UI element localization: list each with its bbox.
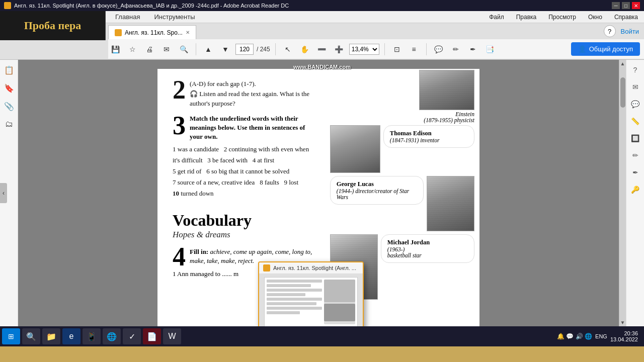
right-sidebar-icon1[interactable]: ? bbox=[629, 64, 641, 76]
einstein-role: physicist bbox=[454, 117, 474, 123]
help-button[interactable]: ? bbox=[604, 25, 616, 37]
taskbar-search[interactable]: 🔍 bbox=[22, 328, 40, 344]
item5: 5 get rid of 6 so big that it cannot be … bbox=[173, 167, 289, 175]
annotate-button[interactable]: ✒ bbox=[466, 42, 480, 56]
edison-section: Thomas Edison (1847-1931) inventor bbox=[330, 125, 474, 173]
tray-date: 13.04.2022 bbox=[610, 336, 638, 342]
pdf-tooltip[interactable]: Англ. яз. 11кл. Spotlight (Англ. ... bbox=[258, 261, 364, 326]
lucas-name: George Lucas bbox=[337, 180, 374, 188]
main-content: 📋 🔖 📎 🗂 ‹ 2 (A-D) for each gap (1-7). 🎧 … bbox=[0, 60, 644, 326]
sep3 bbox=[384, 43, 385, 55]
taskbar-explorer[interactable]: 📁 bbox=[42, 328, 60, 344]
jordan-dates: (1963-) bbox=[387, 246, 405, 252]
menu-file[interactable]: Файл bbox=[487, 13, 506, 22]
save-button[interactable]: 💾 bbox=[108, 42, 122, 56]
menu-view[interactable]: Просмотр bbox=[546, 13, 578, 22]
einstein-photo bbox=[419, 70, 474, 110]
lucas-photo bbox=[427, 176, 474, 231]
ex2-num: 2 bbox=[173, 77, 186, 103]
ex2-fragment: 2 (A-D) for each gap (1-7). 🎧 Listen and… bbox=[173, 79, 315, 109]
zoom-select[interactable]: 13,4% 25% 50% 100% bbox=[349, 44, 379, 55]
right-sidebar-icon8[interactable]: 🔑 bbox=[629, 184, 641, 196]
tray-clock: 20:36 13.04.2022 bbox=[610, 330, 638, 342]
title-bar: Англ. яз. 11кл. Spotlight (Англ. в фокус… bbox=[0, 0, 644, 11]
menu-help[interactable]: Справка bbox=[612, 13, 640, 22]
email-button[interactable]: ✉ bbox=[159, 42, 174, 56]
einstein-name: Einstein bbox=[455, 111, 474, 117]
jordan-role: basketball star bbox=[387, 252, 422, 258]
preview-image-area bbox=[324, 280, 355, 324]
ex2-instruction: (A-D) for each gap (1-7). bbox=[190, 80, 256, 87]
taskbar-ie[interactable]: e bbox=[62, 328, 80, 344]
window-controls[interactable]: ─ □ ✕ bbox=[612, 2, 640, 9]
pen-button[interactable]: ✏ bbox=[449, 42, 463, 56]
right-sidebar-icon2[interactable]: ✉ bbox=[629, 81, 641, 93]
item1: 1 was a candidate 2 continuing with sth … bbox=[173, 145, 309, 164]
menu-edit[interactable]: Правка bbox=[514, 13, 539, 22]
sidebar-pages-icon[interactable]: 📋 bbox=[3, 64, 15, 76]
toolbar: 💾 ☆ 🖨 ✉ 🔍 ▲ ▼ / 245 ↖ ✋ ➖ ➕ 13,4% 25% 50… bbox=[108, 39, 644, 59]
collapse-left-button[interactable]: ‹ bbox=[0, 183, 7, 203]
taskbar-acrobat[interactable]: 📄 bbox=[143, 328, 161, 344]
tab-icon bbox=[115, 29, 122, 36]
scroll-down-arrow[interactable]: ▼ bbox=[619, 319, 626, 326]
taskbar-chrome[interactable]: 🌐 bbox=[103, 328, 121, 344]
lucas-caption-bubble: George Lucas (1944-) director/creator of… bbox=[330, 176, 424, 205]
sidebar-layers-icon[interactable]: 🗂 bbox=[3, 118, 15, 130]
right-sidebar-icon3[interactable]: 💬 bbox=[629, 98, 641, 110]
maximize-button[interactable]: □ bbox=[622, 2, 630, 9]
signin-button[interactable]: Войти bbox=[621, 28, 639, 35]
ex4-num: 4 bbox=[173, 244, 186, 270]
active-tab[interactable]: Англ. яз. 11кл. Spo... ✕ bbox=[108, 25, 196, 39]
lucas-dates: (1944-) bbox=[337, 188, 354, 194]
markup-button[interactable]: 📑 bbox=[483, 42, 497, 56]
tab-close-button[interactable]: ✕ bbox=[186, 30, 190, 35]
taskbar-viber[interactable]: 📱 bbox=[83, 328, 101, 344]
vocabulary-section: Vocabulary Hopes & dreams bbox=[173, 211, 315, 240]
sep2 bbox=[275, 43, 276, 55]
next-page-button[interactable]: ▼ bbox=[218, 42, 232, 56]
scrollbar-thumb[interactable] bbox=[620, 77, 625, 108]
edison-dates: (1847-1931) bbox=[390, 137, 419, 143]
jordan-name: Michael Jordan bbox=[387, 239, 430, 246]
pdf-page: 2 (A-D) for each gap (1-7). 🎧 Listen and… bbox=[157, 69, 479, 326]
right-sidebar-icon4[interactable]: 📏 bbox=[629, 115, 641, 127]
zoom-out-button[interactable]: ➖ bbox=[315, 42, 329, 56]
prev-page-button[interactable]: ▲ bbox=[201, 42, 215, 56]
sidebar-bookmarks-icon[interactable]: 🔖 bbox=[3, 82, 15, 94]
cursor-tool-button[interactable]: ↖ bbox=[281, 42, 295, 56]
marquee-button[interactable]: ⊡ bbox=[390, 42, 404, 56]
tooltip-app-icon bbox=[263, 264, 270, 272]
page-input[interactable] bbox=[235, 44, 254, 55]
menu-window[interactable]: Окно bbox=[586, 13, 604, 22]
bookmark-button[interactable]: ☆ bbox=[125, 42, 139, 56]
tooltip-preview bbox=[259, 274, 363, 326]
ex3-instruction: Match the underlined words with their me… bbox=[190, 115, 305, 140]
zoom-in-button[interactable]: ➕ bbox=[332, 42, 346, 56]
title-bar-left: Англ. яз. 11кл. Spotlight (Англ. в фокус… bbox=[4, 2, 289, 9]
minimize-button[interactable]: ─ bbox=[612, 2, 620, 9]
scroll-button[interactable]: ≡ bbox=[407, 42, 421, 56]
comment-button[interactable]: 💬 bbox=[432, 42, 446, 56]
scroll-up-arrow[interactable]: ▲ bbox=[619, 60, 626, 67]
ex4-fillin: Fill in: bbox=[190, 248, 210, 255]
nav-tools[interactable]: Инструменты bbox=[151, 12, 198, 22]
start-button[interactable]: ⊞ bbox=[2, 328, 20, 344]
einstein-dates: (1879-1955) bbox=[424, 117, 453, 123]
taskbar-app1[interactable]: ✓ bbox=[123, 328, 141, 344]
close-button[interactable]: ✕ bbox=[632, 2, 640, 9]
sidebar-attachments-icon[interactable]: 📎 bbox=[3, 100, 15, 112]
edison-name: Thomas Edison bbox=[390, 130, 432, 137]
share-button[interactable]: 👤 Общий доступ bbox=[571, 42, 640, 56]
taskbar-app2[interactable]: W bbox=[163, 328, 181, 344]
pan-tool-button[interactable]: ✋ bbox=[298, 42, 312, 56]
taskbar: ⊞ 🔍 📁 e 📱 🌐 ✓ 📄 W 🔔 💬 🔊 🌐 ENG 20:36 13.0… bbox=[0, 326, 644, 346]
zoom-out-small-button[interactable]: 🔍 bbox=[177, 42, 191, 56]
right-sidebar-icon5[interactable]: 🔲 bbox=[629, 132, 641, 144]
right-sidebar-icon7[interactable]: ✒ bbox=[629, 166, 641, 178]
window-title: Англ. яз. 11кл. Spotlight (Англ. в фокус… bbox=[14, 3, 289, 9]
print-button[interactable]: 🖨 bbox=[142, 42, 156, 56]
right-sidebar-icon6[interactable]: ✏ bbox=[629, 149, 641, 161]
nav-home[interactable]: Главная bbox=[112, 12, 143, 22]
menu-bar: Проба пера Главная Инструменты Файл Прав… bbox=[0, 11, 644, 23]
